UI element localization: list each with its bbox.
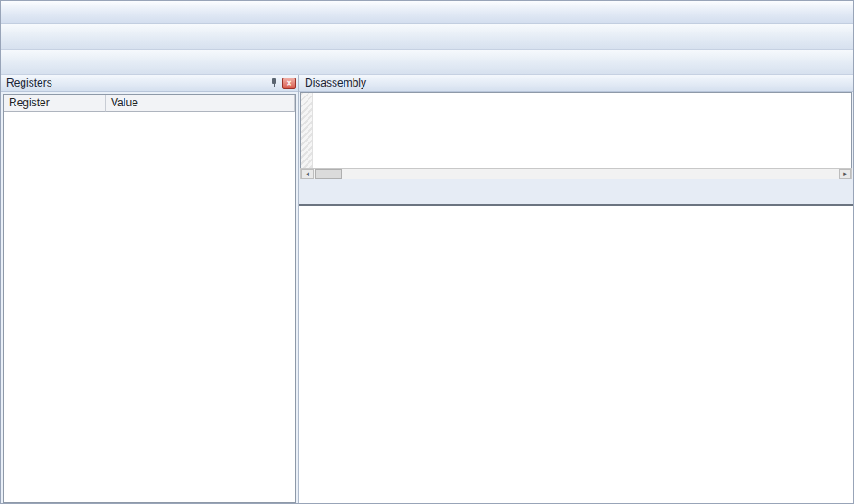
disassembly-panel-title: Disassembly: [305, 77, 366, 89]
registers-table: Register Value: [3, 94, 296, 503]
code-editor[interactable]: [299, 206, 853, 503]
editor-tab-bar: [299, 185, 853, 206]
disassembly-hscrollbar: ◂ ▸: [300, 168, 852, 179]
column-header-register[interactable]: Register: [4, 95, 106, 112]
scroll-right-arrow-icon[interactable]: ▸: [839, 169, 851, 179]
disassembly-gutter: [301, 93, 313, 168]
keil-uvision-window: Registers ✕ Register Value Disassembly: [0, 0, 854, 504]
toolbar-debug: [1, 50, 853, 75]
scroll-left-arrow-icon[interactable]: ◂: [301, 169, 314, 179]
registers-panel: Registers ✕ Register Value: [1, 75, 299, 503]
disassembly-body: [300, 92, 852, 168]
column-header-value[interactable]: Value: [106, 95, 295, 112]
registers-panel-header: Registers ✕: [1, 75, 298, 92]
registers-column-headers: Register Value: [4, 95, 295, 112]
menu-bar: [1, 1, 853, 24]
registers-rows: [4, 112, 295, 502]
pin-icon[interactable]: [269, 78, 280, 88]
workspace: Registers ✕ Register Value Disassembly: [1, 75, 853, 503]
right-pane: Disassembly ◂ ▸: [299, 75, 853, 503]
scrollbar-thumb[interactable]: [315, 169, 342, 179]
registers-panel-title: Registers: [6, 77, 52, 89]
disassembly-panel: Disassembly ◂ ▸: [299, 75, 853, 179]
close-icon[interactable]: ✕: [282, 78, 296, 89]
toolbar-file: [1, 24, 853, 50]
disassembly-panel-header: Disassembly: [299, 75, 853, 92]
disassembly-lines: [313, 93, 851, 168]
